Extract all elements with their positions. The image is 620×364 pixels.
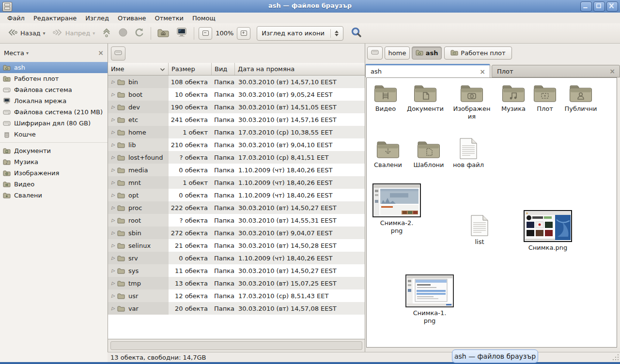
expander-icon[interactable]: ▷	[111, 281, 115, 286]
tree-row-selinux[interactable]: ▷selinux21 обектаПапка30.03.2010 (вт) 14…	[108, 239, 365, 252]
icon-item-list[interactable]: list	[460, 215, 499, 246]
zoom-in-button[interactable]	[237, 27, 250, 40]
menu-go[interactable]: Отиване	[113, 14, 150, 23]
stop-button[interactable]	[115, 26, 131, 41]
tab-close-icon[interactable]: ×	[480, 68, 485, 76]
expander-icon[interactable]: ▷	[111, 256, 115, 260]
expander-icon[interactable]: ▷	[111, 117, 115, 122]
sidebar-close-icon[interactable]: ×	[98, 49, 104, 57]
tree-row-home[interactable]: ▷home1 обектПапка17.03.2010 (ср) 10,38,5…	[108, 126, 365, 138]
back-button[interactable]: Назад ▾	[4, 26, 49, 41]
expander-icon[interactable]: ▷	[111, 79, 115, 84]
tree-row-sys[interactable]: ▷sys11 обектаПапка30.03.2010 (вт) 14,50,…	[108, 264, 365, 277]
sidebar-item-encrypted-80gb[interactable]: Шифриран дял (80 GB)	[0, 118, 108, 129]
maximize-button[interactable]	[593, 1, 605, 12]
icon-item-documents[interactable]: Документи	[405, 84, 445, 113]
expander-icon[interactable]: ▷	[111, 193, 115, 197]
expander-icon[interactable]: ▷	[111, 230, 115, 235]
forward-button[interactable]: Напред ▾	[49, 26, 99, 41]
menu-view[interactable]: Изглед	[81, 14, 113, 23]
pane-splitter[interactable]	[365, 44, 365, 362]
menu-bookmarks[interactable]: Отметки	[150, 14, 187, 23]
tree-row-bin[interactable]: ▷bin108 обектаПапка30.03.2010 (вт) 14,57…	[108, 76, 365, 88]
tree-row-lib[interactable]: ▷lib210 обектаПапка30.03.2010 (вт) 9,04,…	[108, 138, 365, 151]
icon-item-pictures[interactable]: Изображения	[452, 84, 491, 121]
expander-icon[interactable]: ▷	[111, 142, 115, 147]
tree-row-sbin[interactable]: ▷sbin272 обектаПапка30.03.2010 (вт) 9,04…	[108, 227, 365, 239]
icon-item-templates[interactable]: Шаблони	[409, 140, 448, 169]
breadcrumb-desktop[interactable]: Работен плот	[444, 46, 512, 60]
root-location-button[interactable]	[111, 46, 125, 61]
tree-row-lost-found[interactable]: ▷lost+found? обектаПапка17.03.2010 (ср) …	[108, 151, 365, 164]
horizontal-scrollbar[interactable]	[108, 339, 365, 352]
icon-item-snimka1[interactable]: Снимка-1.png	[404, 274, 455, 325]
view-mode-select[interactable]: Изглед като икони	[257, 26, 343, 41]
sidebar-item-home[interactable]: ash	[0, 62, 108, 73]
tab-ash[interactable]: ash ×	[365, 64, 490, 77]
tree-row-srv[interactable]: ▷srv0 обектаПапка1.10.2009 (чт) 18,40,26…	[108, 252, 365, 264]
tab-plot[interactable]: Плот ×	[492, 65, 620, 77]
sidebar-item-filesystem[interactable]: Файлова система	[0, 84, 108, 95]
icon-item-snimka2[interactable]: Снимка-2.png	[372, 183, 422, 235]
column-header-size[interactable]: Размер	[169, 63, 212, 75]
breadcrumb-ash[interactable]: ash	[412, 46, 442, 60]
expander-icon[interactable]: ▷	[111, 105, 115, 109]
expander-icon[interactable]: ▷	[111, 306, 115, 311]
close-button[interactable]	[606, 1, 618, 12]
icon-item-new-file[interactable]: нов файл	[449, 138, 488, 169]
tree-row-tmp[interactable]: ▷tmp13 обектаПапка30.03.2010 (вт) 15,07,…	[108, 277, 365, 289]
icon-item-downloads[interactable]: Свалени	[369, 140, 407, 169]
sidebar-item-videos[interactable]: Видео	[0, 179, 108, 190]
tree-row-var[interactable]: ▷var20 обектаПапка30.03.2010 (вт) 14,57,…	[108, 302, 365, 315]
sidebar-item-partition-210mb[interactable]: Файлова система (210 MB)	[0, 106, 108, 118]
breadcrumb-home[interactable]: home	[385, 46, 410, 60]
icon-item-videos[interactable]: Видео	[366, 84, 405, 113]
tab-close-icon[interactable]: ×	[609, 67, 615, 75]
sidebar-dropdown-icon[interactable]: ▾	[26, 50, 29, 56]
expander-icon[interactable]: ▷	[111, 155, 115, 160]
tree-row-boot[interactable]: ▷boot10 обектаПапка30.03.2010 (вт) 9,05,…	[108, 88, 365, 101]
menu-file[interactable]: Файл	[3, 14, 29, 23]
expander-icon[interactable]: ▷	[111, 130, 115, 135]
column-header-date[interactable]: Дата на промяна	[235, 63, 365, 75]
icon-item-snimka[interactable]: Снимка.png	[523, 210, 573, 252]
column-header-type[interactable]: Вид	[212, 63, 235, 75]
home-button[interactable]	[154, 26, 172, 41]
menu-help[interactable]: Помощ	[188, 14, 220, 23]
tree-row-etc[interactable]: ▷etc241 обектаПапка30.03.2010 (вт) 14,57…	[108, 113, 365, 126]
tree-row-usr[interactable]: ▷usr12 обектаПапка17.03.2010 (ср) 8,51,4…	[108, 289, 365, 302]
icon-item-public[interactable]: Публични	[561, 84, 600, 113]
up-button[interactable]	[98, 26, 115, 41]
expander-icon[interactable]: ▷	[111, 180, 115, 185]
expander-icon[interactable]: ▷	[111, 205, 115, 210]
tree-row-proc[interactable]: ▷proc222 обектаПапка30.03.2010 (вт) 14,5…	[108, 201, 365, 214]
reload-button[interactable]	[131, 26, 148, 41]
sidebar-item-documents[interactable]: Документи	[0, 145, 108, 156]
menu-edit[interactable]: Редактиране	[29, 14, 81, 23]
expander-icon[interactable]: ▷	[111, 243, 115, 248]
icon-item-desktop[interactable]: Плот	[526, 84, 564, 113]
expander-icon[interactable]: ▷	[111, 92, 115, 97]
sidebar-title[interactable]: Места	[4, 49, 24, 57]
expander-icon[interactable]: ▷	[111, 167, 115, 172]
expander-icon[interactable]: ▷	[111, 293, 115, 298]
search-button[interactable]	[347, 26, 366, 41]
expander-icon[interactable]: ▷	[111, 268, 115, 273]
sidebar-item-desktop[interactable]: Работен плот	[0, 73, 108, 84]
tree-row-dev[interactable]: ▷dev190 обектаПапка30.03.2010 (вт) 14,51…	[108, 101, 365, 113]
sidebar-item-downloads[interactable]: Свалени	[0, 190, 108, 201]
column-header-name[interactable]: Име	[108, 63, 169, 75]
sidebar-item-trash[interactable]: Кошче	[0, 129, 108, 140]
tree-row-root[interactable]: ▷root? обектаПапка30.03.2010 (вт) 14,55,…	[108, 214, 365, 227]
minimize-button[interactable]	[580, 1, 592, 12]
tree-row-opt[interactable]: ▷opt0 обектаПапка1.10.2009 (чт) 18,40,26…	[108, 189, 365, 201]
tree-row-media[interactable]: ▷media0 обектаПапка1.10.2009 (чт) 18,40,…	[108, 164, 365, 176]
computer-button[interactable]	[172, 26, 191, 41]
taskbar-window-button[interactable]: ash — файлов браузър	[452, 349, 538, 363]
expander-icon[interactable]: ▷	[111, 218, 115, 223]
zoom-out-button[interactable]	[199, 27, 212, 40]
breadcrumb-root[interactable]	[367, 46, 383, 60]
resize-grip[interactable]	[612, 354, 619, 361]
tree-row-mnt[interactable]: ▷mnt1 обектПапка1.10.2009 (чт) 18,40,26 …	[108, 176, 365, 189]
sidebar-item-music[interactable]: ♪ Музика	[0, 156, 108, 167]
